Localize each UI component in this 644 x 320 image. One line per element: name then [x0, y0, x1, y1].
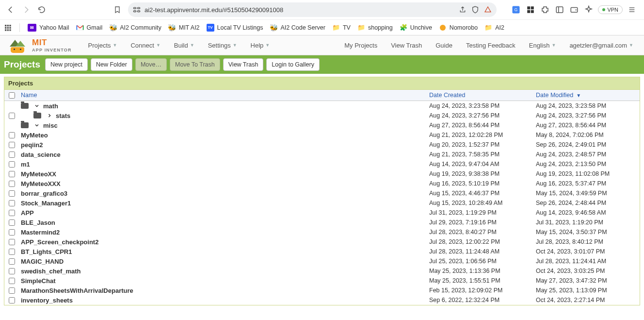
- brave-rewards-icon[interactable]: [484, 6, 492, 14]
- bookmark-ai2-folder[interactable]: 📁AI2: [484, 24, 504, 32]
- table-row[interactable]: Stock_Manager1Aug 15, 2023, 10:28:49 AMS…: [4, 198, 640, 208]
- ext-grid-icon[interactable]: [525, 4, 536, 15]
- reload-button[interactable]: [35, 3, 48, 17]
- table-row[interactable]: MyMeteoXXAug 19, 2023, 9:38:38 PMAug 19,…: [4, 169, 640, 179]
- row-checkbox[interactable]: [9, 249, 15, 255]
- row-checkbox[interactable]: [9, 287, 15, 294]
- brave-shield-icon[interactable]: [471, 6, 479, 14]
- row-checkbox[interactable]: [9, 161, 15, 168]
- view-trash-button[interactable]: View Trash: [223, 58, 264, 71]
- bookmark-tv-folder[interactable]: 📁TV: [332, 24, 351, 32]
- leo-ai-icon[interactable]: [583, 4, 594, 15]
- table-row[interactable]: BT_Lights_CPR1Jul 28, 2023, 11:24:48 AMO…: [4, 247, 640, 256]
- folder-icon: [21, 122, 29, 128]
- move-to-trash-button[interactable]: Move To Trash: [170, 58, 220, 71]
- table-row[interactable]: peqiin2Aug 20, 2023, 1:52:37 PMSep 26, 2…: [4, 140, 640, 150]
- menu-connect[interactable]: Connect▼: [125, 39, 166, 52]
- sidebar-toggle-icon[interactable]: [554, 4, 565, 15]
- svg-rect-20: [5, 27, 6, 28]
- table-row[interactable]: data_scienceAug 21, 2023, 7:58:35 PMAug …: [4, 150, 640, 159]
- column-date-created[interactable]: Date Created: [426, 90, 533, 101]
- bookmark-mit-ai2[interactable]: 🐝MIT AI2: [168, 24, 200, 32]
- table-row[interactable]: BLE_JasonJul 29, 2023, 7:19:16 PMJul 31,…: [4, 218, 640, 227]
- browser-menu-icon[interactable]: [627, 4, 637, 15]
- apps-grid-icon[interactable]: [4, 24, 12, 32]
- menu-account[interactable]: agetzler@gmail.com▼: [564, 39, 639, 52]
- row-checkbox[interactable]: [9, 142, 15, 148]
- new-project-button[interactable]: New project: [45, 58, 88, 71]
- table-row[interactable]: swedish_chef_mathMay 25, 2023, 1:13:36 P…: [4, 266, 640, 276]
- bookmark-icon[interactable]: [111, 3, 124, 17]
- date-created: Aug 21, 2023, 12:02:28 PM: [426, 130, 533, 140]
- bookmark-gmail[interactable]: Gmail: [76, 24, 103, 32]
- ext-translate-icon[interactable]: G: [511, 4, 521, 15]
- chevron-down-icon[interactable]: [33, 122, 40, 128]
- row-checkbox[interactable]: [9, 200, 15, 206]
- row-checkbox[interactable]: [9, 229, 15, 236]
- row-checkbox[interactable]: [9, 181, 15, 187]
- select-all-checkbox[interactable]: [9, 92, 15, 99]
- extensions-puzzle-icon[interactable]: [540, 4, 550, 15]
- table-row[interactable]: statsAug 24, 2023, 3:27:56 PMAug 24, 202…: [4, 111, 640, 120]
- row-checkbox[interactable]: [9, 171, 15, 177]
- bookmark-nomorobo[interactable]: Nomorobo: [439, 24, 478, 32]
- chevron-right-icon[interactable]: [46, 113, 53, 118]
- menu-language[interactable]: English▼: [523, 39, 562, 52]
- bookmark-shopping-folder[interactable]: 📁shopping: [357, 24, 393, 32]
- table-row[interactable]: borrar_grafico3Aug 15, 2023, 4:46:37 PMM…: [4, 188, 640, 198]
- row-checkbox[interactable]: [9, 190, 15, 197]
- table-header: Name Date Created Date Modified▼: [4, 90, 640, 101]
- table-row[interactable]: MyMeteoXXXAug 16, 2023, 5:10:19 PMAug 16…: [4, 179, 640, 188]
- row-checkbox[interactable]: [9, 210, 15, 216]
- menu-view-trash[interactable]: View Trash: [385, 39, 428, 52]
- row-checkbox[interactable]: [9, 268, 15, 274]
- row-checkbox[interactable]: [9, 152, 15, 158]
- column-date-modified[interactable]: Date Modified▼: [533, 90, 640, 101]
- forward-button[interactable]: [19, 3, 33, 17]
- bookmark-ai2-community[interactable]: 🐝AI2 Community: [109, 24, 161, 32]
- column-name[interactable]: Name: [19, 90, 426, 101]
- table-row[interactable]: SimpleChatMay 25, 2023, 1:55:51 PMMay 27…: [4, 276, 640, 286]
- bookmark-local-tv[interactable]: TVLocal TV Listings: [207, 24, 263, 32]
- menu-guide[interactable]: Guide: [430, 39, 458, 52]
- row-checkbox[interactable]: [9, 258, 15, 265]
- row-checkbox[interactable]: [9, 113, 15, 119]
- new-folder-button[interactable]: New Folder: [91, 58, 132, 71]
- table-row[interactable]: miscAug 27, 2023, 8:56:44 PMAug 27, 2023…: [4, 120, 640, 130]
- bookmark-unchive[interactable]: 🧩Unchive: [400, 24, 432, 32]
- row-checkbox[interactable]: [9, 219, 15, 226]
- move-button[interactable]: Move…: [135, 58, 167, 71]
- site-settings-icon[interactable]: [133, 6, 141, 13]
- table-row[interactable]: MAGIC_HANDJul 25, 2023, 1:06:56 PMJul 28…: [4, 256, 640, 266]
- menu-testing-feedback[interactable]: Testing Feedback: [460, 39, 521, 52]
- chevron-down-icon[interactable]: [33, 103, 40, 109]
- table-row[interactable]: APP_Screen_checkpoint2Jul 28, 2023, 12:0…: [4, 237, 640, 247]
- url-bar[interactable]: ai2-test.appinventor.mit.edu/#5150504290…: [128, 2, 497, 17]
- back-button[interactable]: [4, 3, 17, 17]
- menu-my-projects[interactable]: My Projects: [338, 39, 383, 52]
- vpn-pill[interactable]: VPN: [598, 5, 623, 14]
- menu-help[interactable]: Help▼: [245, 39, 276, 52]
- share-icon[interactable]: [459, 6, 467, 14]
- row-checkbox[interactable]: [9, 239, 15, 245]
- login-gallery-button[interactable]: Login to Gallery: [266, 58, 320, 71]
- bookmark-code-server[interactable]: 🐝AI2 Code Server: [270, 24, 325, 32]
- table-row[interactable]: Mastermind2Jul 28, 2023, 8:40:27 PMMay 1…: [4, 227, 640, 237]
- menu-settings[interactable]: Settings▼: [202, 39, 243, 52]
- table-row[interactable]: APPJul 31, 2023, 1:19:29 PMAug 14, 2023,…: [4, 208, 640, 218]
- url-text[interactable]: ai2-test.appinventor.mit.edu/#5150504290…: [145, 6, 459, 14]
- wallet-icon[interactable]: [569, 4, 580, 15]
- table-row[interactable]: m1Aug 14, 2023, 9:47:04 AMAug 24, 2023, …: [4, 159, 640, 169]
- svg-rect-6: [528, 6, 531, 9]
- table-row[interactable]: MyMeteoAug 21, 2023, 12:02:28 PMMay 8, 2…: [4, 130, 640, 140]
- bookmark-yahoo-mail[interactable]: ✉Yahoo Mail: [28, 24, 69, 32]
- table-row[interactable]: inventory_sheetsSep 6, 2022, 12:32:24 PM…: [4, 295, 640, 305]
- menu-projects[interactable]: Projects▼: [82, 39, 123, 52]
- table-row[interactable]: MarathonSheetsWithArrivalDepartureFeb 15…: [4, 286, 640, 295]
- row-checkbox[interactable]: [9, 132, 15, 138]
- logo[interactable]: MIT APP INVENTOR: [0, 38, 79, 52]
- row-checkbox[interactable]: [9, 297, 15, 303]
- table-row[interactable]: mathAug 24, 2023, 3:23:58 PMAug 24, 2023…: [4, 101, 640, 111]
- row-checkbox[interactable]: [9, 278, 15, 284]
- menu-build[interactable]: Build▼: [168, 39, 200, 52]
